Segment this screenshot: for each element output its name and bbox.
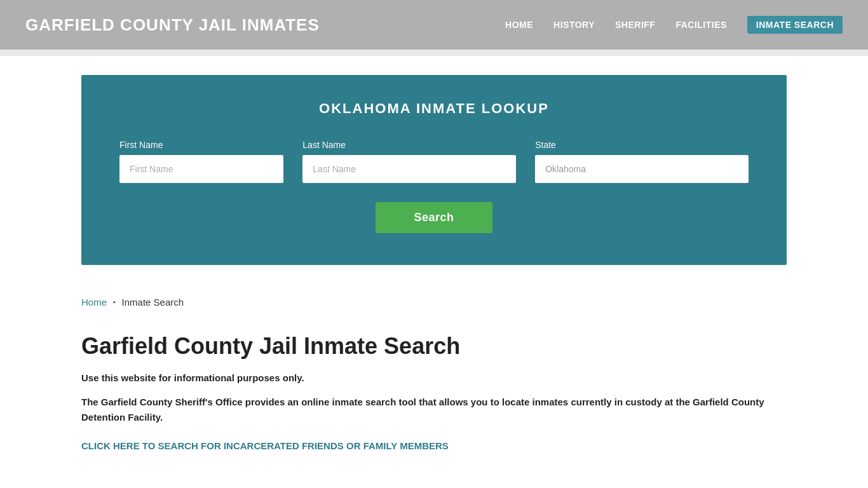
click-here-link[interactable]: CLICK HERE to Search for Incarcerated Fr…: [81, 440, 449, 451]
nav-facilities[interactable]: FACILITIES: [675, 20, 726, 30]
main-nav: HOME HISTORY SHERIFF FACILITIES INMATE S…: [505, 16, 843, 34]
site-title: GARFIELD COUNTY JAIL INMATES: [25, 15, 320, 35]
breadcrumb-current: Inmate Search: [122, 297, 184, 308]
last-name-label: Last Name: [302, 140, 516, 150]
subheader-line: [0, 50, 868, 56]
search-form: First Name Last Name State: [119, 140, 749, 183]
last-name-input[interactable]: [302, 155, 516, 183]
first-name-label: First Name: [119, 140, 283, 150]
breadcrumb-separator: •: [113, 299, 116, 306]
search-button[interactable]: Search: [376, 202, 492, 233]
first-name-group: First Name: [119, 140, 283, 183]
search-panel: OKLAHOMA INMATE LOOKUP First Name Last N…: [81, 75, 787, 265]
breadcrumb: Home • Inmate Search: [81, 297, 787, 308]
info-line-1: Use this website for informational purpo…: [81, 372, 787, 383]
search-button-container: Search: [119, 202, 749, 233]
main-content: Home • Inmate Search Garfield County Jai…: [81, 284, 787, 477]
nav-inmate-search[interactable]: INMATE SEARCH: [747, 16, 843, 34]
info-line-2: The Garfield County Sheriff's Office pro…: [81, 395, 787, 425]
nav-history[interactable]: HISTORY: [553, 20, 595, 30]
last-name-group: Last Name: [302, 140, 516, 183]
site-header: GARFIELD COUNTY JAIL INMATES HOME HISTOR…: [0, 0, 868, 50]
state-group: State: [535, 140, 749, 183]
nav-home[interactable]: HOME: [505, 20, 533, 30]
state-input[interactable]: [535, 155, 749, 183]
first-name-input[interactable]: [119, 155, 283, 183]
page-title: Garfield County Jail Inmate Search: [81, 333, 787, 360]
nav-sheriff[interactable]: SHERIFF: [615, 20, 655, 30]
search-panel-title: OKLAHOMA INMATE LOOKUP: [119, 100, 749, 117]
breadcrumb-home-link[interactable]: Home: [81, 297, 107, 308]
state-label: State: [535, 140, 749, 150]
